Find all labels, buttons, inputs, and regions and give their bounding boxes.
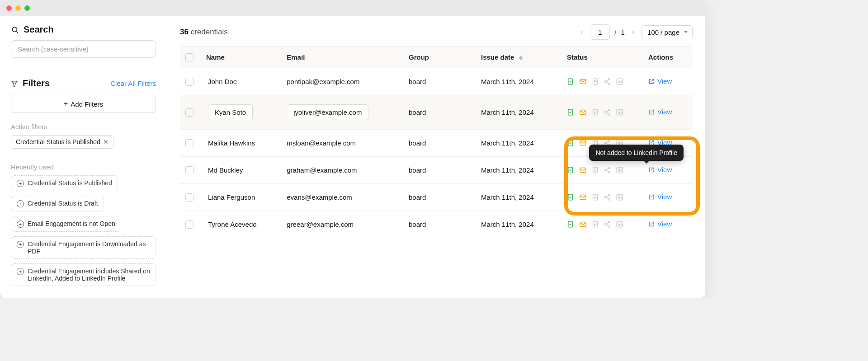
column-group[interactable]: Group [403,46,476,68]
clear-all-filters-link[interactable]: Clear All Filters [110,80,156,87]
share-icon [604,78,611,85]
view-link[interactable]: View [648,193,672,201]
filter-suggestion[interactable]: +Email Engagement is not Open [11,216,121,232]
row-email: greear@example.com [287,220,354,228]
svg-line-13 [606,82,609,84]
row-status-icons [567,166,637,174]
active-filter-chip[interactable]: Credential Status is Published ✕ [11,135,113,149]
row-checkbox[interactable] [185,193,193,202]
window-maximize-button[interactable] [24,5,30,11]
plus-circle-icon: + [17,241,24,248]
table-row[interactable]: Liana Ferguson evans@example.com board M… [180,184,693,211]
remove-filter-icon[interactable]: ✕ [103,138,108,145]
external-link-icon [648,221,655,227]
linkedin-icon [616,220,623,228]
svg-line-1 [16,31,18,33]
row-status-icons [567,78,637,85]
row-checkbox[interactable] [185,108,193,117]
email-icon [579,108,587,116]
search-input[interactable] [11,40,156,58]
linkedin-tooltip: Not added to LinkedIn Profile [589,145,684,161]
app-window: Search Filters Clear All Filters + Add F… [0,0,705,298]
row-name: Tyrone Acevedo [208,220,257,228]
row-date: March 11th, 2024 [481,193,534,201]
table-row[interactable]: John Doe pontipak@example.com board Marc… [180,68,693,95]
published-icon [567,108,575,116]
filter-suggestion-label: Credential Status is Draft [28,200,98,207]
svg-line-88 [606,225,609,226]
window-minimize-button[interactable] [15,5,21,11]
pdf-icon [591,78,599,85]
page-number-input[interactable] [590,24,610,40]
linkedin-icon [616,78,623,85]
row-checkbox[interactable] [185,166,193,174]
email-input[interactable]: jyoliver@example.com [287,104,368,120]
email-icon [579,166,587,174]
svg-line-27 [606,110,609,112]
email-icon [579,220,587,228]
view-link[interactable]: View [648,220,672,228]
filter-suggestion[interactable]: +Credential Engagement includes Shared o… [11,263,156,286]
per-page-select[interactable]: 100 / page [642,25,693,39]
external-link-icon [648,109,655,115]
filter-suggestion-label: Credential Engagement is Downloaded as P… [28,240,150,255]
published-icon [567,166,575,174]
row-email: evans@example.com [287,193,352,201]
table-row[interactable]: Tyrone Acevedo greear@example.com board … [180,211,693,238]
plus-icon: + [64,100,68,108]
view-link[interactable]: View [648,108,672,116]
svg-point-46 [618,141,618,142]
filter-suggestion[interactable]: +Credential Status is Draft [11,196,104,211]
published-icon [567,220,575,228]
column-actions: Actions [643,46,693,68]
view-link[interactable]: View [648,166,672,173]
table-row[interactable]: Kyan Soto jyoliver@example.com board Mar… [180,95,693,130]
row-checkbox[interactable] [185,220,193,229]
row-name: John Doe [208,78,237,85]
per-page-value: 100 / page [647,28,679,36]
divider [11,68,156,68]
prev-page-button[interactable]: ‹ [578,26,585,38]
filter-suggestion-label: Credential Status is Published [28,179,112,187]
active-filter-chip-label: Credential Status is Published [16,138,100,145]
filter-suggestion-label: Credential Engagement includes Shared on… [28,267,150,282]
column-status[interactable]: Status [561,46,643,68]
row-checkbox[interactable] [185,139,193,147]
name-input[interactable]: Kyan Soto [208,104,253,120]
window-close-button[interactable] [6,5,12,11]
select-all-checkbox[interactable] [185,53,193,61]
search-title: Search [24,24,54,35]
svg-point-0 [12,27,17,32]
view-link[interactable]: View [648,77,672,85]
sort-icon[interactable] [519,56,523,61]
add-filters-button[interactable]: + Add Filters [11,95,156,113]
svg-point-76 [618,196,618,196]
credentials-table: Name Email Group Issue date Status Actio… [180,46,693,238]
next-page-button[interactable]: › [629,26,637,38]
column-issue-date[interactable]: Issue date [476,46,561,68]
published-icon [567,78,575,85]
row-checkbox[interactable] [185,78,193,86]
filters-title: Filters [23,78,50,89]
row-status-icons [567,108,637,116]
column-email[interactable]: Email [281,46,403,68]
sidebar: Search Filters Clear All Filters + Add F… [0,16,167,298]
row-name: Malika Hawkins [208,139,255,147]
share-icon [604,166,611,174]
filter-icon [11,80,18,87]
filter-suggestion[interactable]: +Credential Status is Published [11,175,118,191]
plus-circle-icon: + [17,220,24,228]
email-icon [579,193,587,201]
view-link-label: View [657,108,672,116]
filter-suggestion[interactable]: +Credential Engagement is Downloaded as … [11,236,156,259]
pdf-icon [591,166,599,174]
plus-circle-icon: + [17,200,24,207]
svg-line-57 [606,168,609,170]
svg-marker-2 [12,81,17,86]
view-link-label: View [657,77,672,85]
column-name[interactable]: Name [201,46,281,68]
filters-heading: Filters [11,78,50,89]
table-row[interactable]: Md Buckley graham@example.com board Marc… [180,157,693,184]
plus-circle-icon: + [17,180,24,187]
active-filters-label: Active filters [11,123,156,131]
